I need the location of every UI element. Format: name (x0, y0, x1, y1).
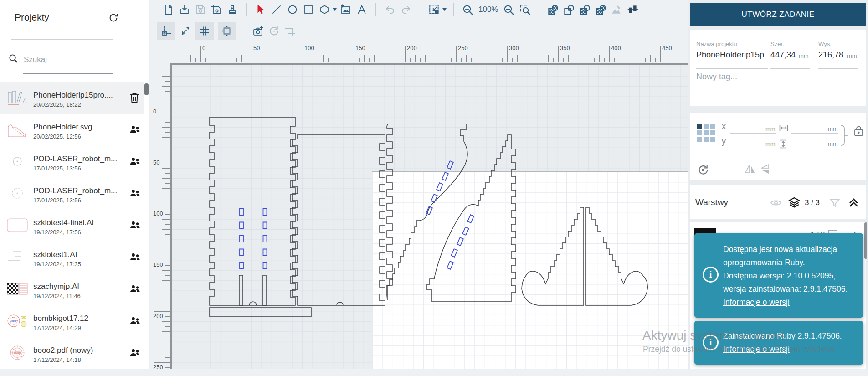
share-icon[interactable] (129, 188, 141, 199)
show-grid-toggle[interactable] (195, 22, 214, 40)
project-item[interactable]: POD-LASER_robot_m...17/01/2025, 13:56 (0, 178, 144, 210)
circle-tool-button[interactable] (287, 4, 298, 15)
save-button[interactable] (195, 4, 206, 15)
new-tag-input[interactable]: Nowy tag... (696, 72, 737, 82)
search-icon (8, 53, 19, 64)
share-icon[interactable] (129, 283, 141, 294)
width-field-icon (779, 124, 788, 131)
boolean-union-button[interactable] (547, 4, 559, 15)
y-unit: mm (765, 140, 776, 147)
image-tool-button[interactable] (340, 4, 352, 15)
new-document-button[interactable] (163, 4, 175, 15)
watermark-line1: Aktywuj system Windows (642, 328, 786, 343)
zoom-out-button[interactable] (462, 4, 474, 15)
text-tool-button[interactable] (356, 4, 368, 15)
project-item[interactable]: PhoneHolder.svg20/02/2025, 12:56 (0, 114, 144, 146)
stamp-button[interactable] (226, 4, 238, 15)
transform-tool-button[interactable] (428, 4, 440, 15)
reset-rotation-button[interactable] (268, 25, 280, 37)
polygon-tool-caret[interactable] (333, 8, 337, 11)
project-thumbnail (5, 118, 29, 140)
zoom-level[interactable]: 100% (478, 5, 498, 14)
watermark-line2: Przejdź do ustawień, aby aktywować syste… (643, 345, 837, 354)
project-thumbnail: MERRY (5, 310, 29, 332)
camera-capture-button[interactable] (252, 25, 264, 37)
save-as-button[interactable] (211, 4, 222, 15)
x-unit: mm (765, 125, 776, 132)
project-name: szklotest4-final.AI (33, 218, 124, 227)
height-value[interactable]: 216,78 (818, 50, 843, 60)
search-underline (23, 73, 113, 74)
toast-line: oprogramowania Ruby. (723, 256, 805, 269)
project-info-card: Nazwa projektu PhoneHolderip15p Szer. 44… (690, 30, 866, 106)
layers-stack-icon[interactable] (788, 196, 801, 209)
project-item[interactable]: szklotest1.AI19/12/2024, 17:35 (0, 242, 144, 273)
project-item[interactable]: szklotest4-final.AI19/12/2024, 17:56 (0, 210, 144, 242)
share-icon[interactable] (129, 156, 141, 167)
width-value[interactable]: 447,34 (770, 50, 796, 60)
boolean-intersect-button[interactable] (579, 4, 591, 15)
boolean-exclude-button[interactable] (595, 4, 607, 15)
project-name: PhoneHolderip15pro.... (33, 91, 124, 100)
project-name: szklotest1.AI (33, 250, 124, 259)
project-item[interactable]: MERRYbooo2.pdf (nowy)17/12/2024, 14:18 (0, 337, 144, 369)
redo-button[interactable] (400, 4, 412, 15)
rotation-icon (697, 164, 709, 176)
panel-scrollbar[interactable] (864, 222, 867, 259)
layers-visibility-icon[interactable] (770, 198, 782, 207)
project-thumbnail (5, 150, 29, 172)
flip-vertical-icon[interactable] (760, 164, 770, 175)
fit-view-toggle[interactable] (218, 22, 236, 40)
snap-to-object-toggle[interactable] (180, 25, 191, 37)
refresh-icon[interactable] (108, 13, 118, 23)
project-item[interactable]: szachymjp.AI19/12/2024, 11:46 (0, 273, 144, 305)
height-unit: mm (847, 52, 857, 59)
import-button[interactable] (179, 4, 190, 15)
zoom-in-button[interactable] (503, 4, 515, 15)
toast-version-link[interactable]: Informacje o wersji (723, 296, 790, 309)
design-shapes (172, 65, 689, 369)
toast-line: Dostępna jest nowa aktualizacja (723, 243, 837, 256)
undo-button[interactable] (384, 4, 396, 15)
line-tool-button[interactable] (271, 4, 282, 15)
toast-line: Dostępna wersja: 2.10.0.52095, (723, 269, 836, 283)
share-icon[interactable] (129, 315, 141, 326)
layers-count: 3 / 3 (805, 198, 820, 207)
update-notification-toast[interactable]: i Dostępna jest nowa aktualizacja oprogr… (694, 233, 863, 318)
zoom-to-selection-button[interactable] (519, 4, 531, 15)
project-date: 17/01/2025, 13:56 (33, 197, 81, 204)
anchor-grid[interactable] (697, 124, 717, 144)
project-item[interactable]: PhoneHolderip15pro....20/02/2025, 18:22 (0, 82, 144, 114)
search-input[interactable]: Szukaj (24, 55, 47, 64)
share-icon[interactable] (129, 220, 141, 231)
flip-horizontal-icon[interactable] (745, 164, 755, 175)
project-thumbnail: MERRY (5, 342, 29, 364)
snap-to-grid-toggle[interactable] (157, 22, 175, 40)
canvas-viewport[interactable]: 100.0mm, burn:0.07mm (172, 65, 689, 369)
height-label: Wys. (818, 41, 832, 47)
layers-collapse-icon[interactable] (847, 197, 860, 209)
engrave-tool-button[interactable] (611, 4, 623, 15)
project-item[interactable]: POD-LASER_robot_m...17/01/2025, 13:56 (0, 146, 144, 178)
rectangle-tool-button[interactable] (303, 4, 314, 15)
share-icon[interactable] (129, 252, 141, 263)
crop-tool-button[interactable] (284, 25, 296, 37)
ruby-laser-app: 100% Projekty Szukaj Pho (0, 0, 868, 376)
share-icon[interactable] (129, 347, 141, 358)
align-objects-button[interactable] (627, 4, 639, 15)
project-name-value[interactable]: PhoneHolderip15p (696, 50, 764, 60)
create-job-button[interactable]: UTWÓRZ ZADANIE (690, 3, 866, 26)
polygon-tool-button[interactable] (318, 4, 330, 15)
share-icon[interactable] (129, 124, 141, 135)
transform-tool-caret[interactable] (442, 8, 447, 11)
lock-icon[interactable] (853, 125, 864, 137)
y-label: y (722, 137, 726, 146)
project-item[interactable]: MERRYbombkigot17.1217/12/2024, 14:29 (0, 305, 144, 337)
trash-icon[interactable] (129, 92, 140, 104)
sidebar-scrollbar[interactable] (144, 83, 149, 95)
divider (11, 39, 113, 40)
boolean-subtract-button[interactable] (563, 4, 575, 15)
layers-filter-icon[interactable] (829, 198, 840, 209)
select-tool-button[interactable] (255, 4, 267, 15)
installed-notification-toast[interactable]: i Zainstalowano Ruby 2.9.1.47506. Inform… (694, 321, 863, 365)
